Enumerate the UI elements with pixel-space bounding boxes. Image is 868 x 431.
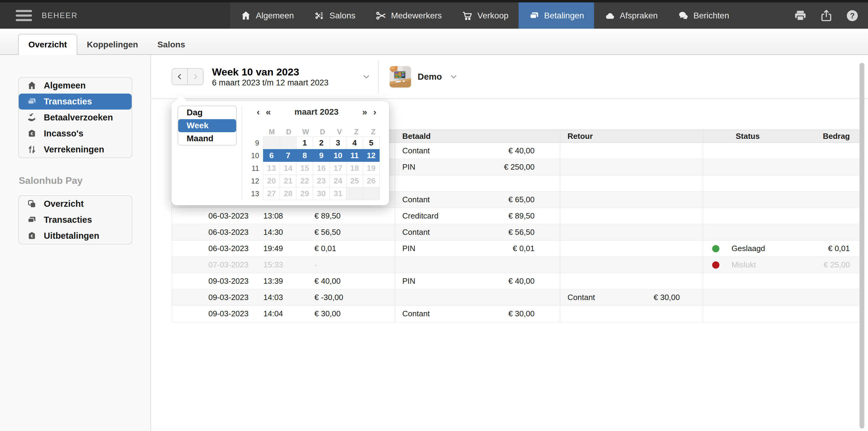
chevron-down-icon: [450, 73, 458, 80]
mode-week[interactable]: Week: [178, 119, 236, 132]
table-row[interactable]: 07-03-202315:33- Mislukt€ 25,00: [172, 257, 863, 273]
sidebar-item-betaalverzoeken[interactable]: Betaalverzoeken: [19, 109, 132, 126]
hamburger-menu-icon[interactable]: [16, 10, 32, 21]
calendar-day[interactable]: 15: [296, 162, 313, 175]
cards-icon: [529, 10, 540, 22]
printer-icon: [794, 9, 807, 23]
calendar-day[interactable]: 28: [280, 187, 297, 200]
nav-item-algemeen[interactable]: Algemeen: [230, 2, 304, 29]
sidebar-item-verrekeningen[interactable]: Verrekeningen: [19, 141, 132, 158]
chevron-right-icon: [192, 73, 199, 80]
help-button[interactable]: ?: [844, 8, 860, 24]
calendar-day[interactable]: 22: [296, 174, 313, 188]
next-week-button[interactable]: [188, 69, 203, 85]
calendar-day[interactable]: [263, 136, 280, 150]
table-row[interactable]: 06-03-202314:30€ 56,50 Contant€ 56,50: [172, 224, 863, 240]
calendar-day[interactable]: 2: [313, 136, 330, 150]
calendar-day[interactable]: 16: [313, 162, 330, 175]
status-dot-success: [712, 245, 719, 252]
calendar-day[interactable]: 8: [296, 149, 313, 162]
table-row[interactable]: 09-03-202314:03€ -30,00 Contant€ 30,00: [172, 290, 863, 306]
calendar-day[interactable]: 5: [363, 136, 380, 150]
calendar-prev-icon[interactable]: ‹: [254, 107, 263, 117]
calendar-fast-prev-icon[interactable]: «: [263, 107, 274, 117]
calendar-day[interactable]: 23: [313, 174, 330, 188]
tab-salons[interactable]: Salons: [148, 35, 195, 54]
sidebar-item-incassos[interactable]: € Incasso's: [19, 126, 132, 141]
calendar-day[interactable]: [346, 187, 363, 200]
sidebar: Algemeen Transacties Betaalverzoeke: [0, 55, 151, 431]
week-number: 9: [249, 137, 264, 150]
print-button[interactable]: [793, 8, 808, 24]
chat-icon: [678, 10, 689, 22]
calendar-day[interactable]: 7: [280, 149, 297, 162]
salon-selector[interactable]: Demo: [390, 66, 458, 88]
calendar-day[interactable]: 21: [280, 174, 297, 188]
calendar-week-row: 13 2728293031: [249, 188, 383, 200]
view-mode-list: Dag Week Maand: [178, 106, 237, 145]
nav-item-verkoop[interactable]: Verkoop: [452, 2, 519, 29]
calendar-day[interactable]: 27: [263, 187, 280, 200]
sidebar-item-uitbetalingen[interactable]: € Uitbetalingen: [19, 228, 132, 244]
sidebar-item-pay-transacties[interactable]: Transacties: [19, 212, 132, 228]
week-title-block[interactable]: Week 10 van 2023 6 maart 2023 t/m 12 maa…: [212, 66, 329, 88]
calendar-day[interactable]: 29: [296, 187, 313, 200]
calendar-day[interactable]: 30: [313, 187, 330, 200]
calendar-day[interactable]: 11: [346, 149, 363, 162]
calendar-day[interactable]: 31: [330, 187, 346, 200]
calendar-day[interactable]: 24: [330, 174, 346, 188]
table-row[interactable]: 09-03-202313:39€ 40,00 PIN€ 40,00: [172, 273, 863, 290]
calendar-week-row: 9 12345: [249, 137, 383, 150]
calendar-day[interactable]: 19: [363, 162, 380, 175]
sidebar-main-group: Algemeen Transacties Betaalverzoeke: [18, 77, 132, 158]
nav-right-icons: ?: [793, 2, 868, 29]
calendar-day[interactable]: 14: [280, 162, 297, 175]
tab-overzicht[interactable]: Overzicht: [18, 34, 77, 55]
mode-dag[interactable]: Dag: [178, 106, 236, 119]
sidebar-item-transacties[interactable]: Transacties: [19, 94, 132, 109]
nav-item-medewerkers[interactable]: Medewerkers: [366, 2, 452, 29]
app-window: BEHEER Algemeen Salons Medewerkers: [0, 0, 868, 431]
svg-text:€: €: [31, 131, 33, 136]
calendar-day[interactable]: 3: [330, 136, 346, 150]
mode-maand[interactable]: Maand: [178, 132, 236, 145]
share-button[interactable]: [818, 8, 834, 24]
calendar-day[interactable]: 20: [263, 174, 280, 188]
tab-koppelingen[interactable]: Koppelingen: [77, 35, 148, 54]
week-dropdown-trigger[interactable]: [363, 73, 370, 80]
calendar-fast-next-icon[interactable]: »: [359, 107, 370, 117]
table-row[interactable]: 06-03-202319:49€ 0,01 PIN€ 0,01 Geslaagd…: [172, 240, 863, 257]
calendar-day[interactable]: 10: [330, 149, 346, 162]
calendar-day[interactable]: 25: [346, 174, 363, 188]
vertical-scrollbar-thumb[interactable]: [860, 63, 864, 429]
calendar-day[interactable]: 17: [330, 162, 346, 175]
calendar: ‹ « maart 2023 » › MDWDVZZ 9 12345: [249, 105, 383, 200]
calendar-week-row-selected: 10 6789101112: [249, 150, 383, 162]
calendar-day[interactable]: 9: [313, 149, 330, 162]
calendar-day[interactable]: 6: [263, 149, 280, 162]
sidebar-section-title: Salonhub Pay: [19, 175, 132, 186]
table-row[interactable]: 09-03-202314:04€ 30,00 Contant€ 30,00: [172, 306, 863, 322]
cloud-icon: [604, 10, 616, 22]
calendar-next-icon[interactable]: ›: [370, 107, 379, 117]
nav-item-salons[interactable]: Salons: [304, 2, 366, 29]
nav-item-afspraken[interactable]: Afspraken: [594, 2, 668, 29]
status-dot-failed: [712, 261, 719, 269]
calendar-day[interactable]: 13: [263, 162, 280, 175]
previous-week-button[interactable]: [172, 69, 188, 85]
nav-item-betalingen[interactable]: Betalingen: [519, 2, 594, 29]
calendar-day[interactable]: 18: [346, 162, 363, 175]
calendar-day[interactable]: [280, 136, 297, 150]
week-nav: [172, 68, 204, 85]
calendar-day[interactable]: 12: [363, 149, 380, 162]
salon-dropdown-trigger[interactable]: [450, 73, 458, 80]
sidebar-item-algemeen[interactable]: Algemeen: [19, 77, 132, 94]
calendar-day[interactable]: 4: [346, 136, 363, 150]
sidebar-pay-group: Overzicht Transacties € Uitbetalinge: [18, 195, 132, 244]
calendar-day[interactable]: 1: [296, 136, 313, 150]
sidebar-item-pay-overzicht[interactable]: Overzicht: [19, 196, 132, 212]
nav-item-berichten[interactable]: Berichten: [668, 2, 739, 29]
calendar-day[interactable]: [363, 187, 380, 200]
calendar-day[interactable]: 26: [363, 174, 380, 188]
table-row[interactable]: 06-03-202313:08€ 89,50 Creditcard€ 89,50: [172, 208, 863, 224]
